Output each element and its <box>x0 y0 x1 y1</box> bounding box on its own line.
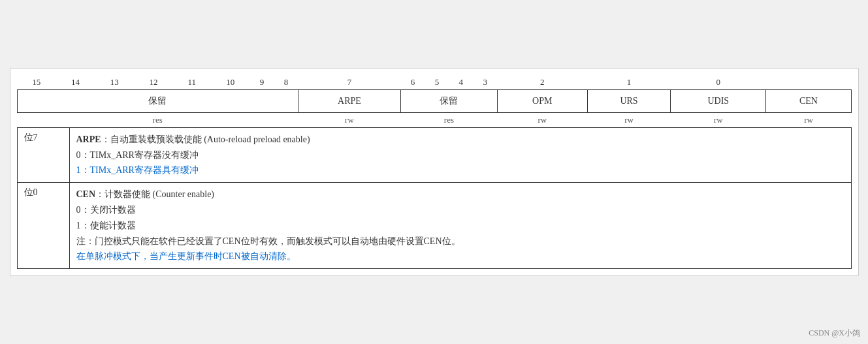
arpe-line-1: 1：TIMx_ARR寄存器具有缓冲 <box>76 163 844 178</box>
rw-reserved-high: res <box>17 112 298 127</box>
cen-cell: CEN <box>766 89 851 112</box>
bit-11: 11 <box>173 75 211 90</box>
bit-field-row: 保留 ARPE 保留 OPM URS UDIS CEN <box>17 89 851 112</box>
watermark: CSDN @X小鸽 <box>809 328 860 339</box>
bit-13: 13 <box>95 75 134 90</box>
bit-7: 7 <box>298 75 400 90</box>
register-description: 15 14 13 12 11 10 9 8 7 6 5 4 3 2 1 0 保留… <box>10 68 859 276</box>
bit-8: 8 <box>274 75 298 90</box>
rw-row: res rw res rw rw rw rw <box>17 112 851 127</box>
cen-line-1: 1：使能计数器 <box>76 218 844 234</box>
bit-1: 1 <box>587 75 670 90</box>
arpe-bit-label: 位7 <box>17 127 69 182</box>
arpe-description-row: 位7 ARPE：自动重装载预装载使能 (Auto-reload preload … <box>17 127 851 182</box>
bit-4: 4 <box>449 75 473 90</box>
cen-line-0: 0：关闭计数器 <box>76 202 844 218</box>
bit-12: 12 <box>134 75 173 90</box>
cen-desc-content: CEN：计数器使能 (Counter enable) 0：关闭计数器 1：使能计… <box>69 183 851 269</box>
rw-opm: rw <box>497 112 587 127</box>
cen-description-row: 位0 CEN：计数器使能 (Counter enable) 0：关闭计数器 1：… <box>17 183 851 269</box>
arpe-line-0: 0：TIMx_ARR寄存器没有缓冲 <box>76 148 844 163</box>
rw-cen: rw <box>766 112 851 127</box>
reserved-high: 保留 <box>17 89 298 112</box>
description-table: 位7 ARPE：自动重装载预装载使能 (Auto-reload preload … <box>17 127 852 269</box>
rw-udis: rw <box>671 112 766 127</box>
cen-bit-label: 位0 <box>17 183 69 269</box>
cen-title-rest: ：计数器使能 (Counter enable) <box>95 189 214 199</box>
register-table: 15 14 13 12 11 10 9 8 7 6 5 4 3 2 1 0 保留… <box>17 75 852 127</box>
cen-title-bold: CEN <box>76 189 96 199</box>
cen-line-3: 在单脉冲模式下，当产生更新事件时CEN被自动清除。 <box>76 249 844 264</box>
arpe-title-bold: ARPE <box>76 134 101 144</box>
bit-5: 5 <box>425 75 449 90</box>
bit-9: 9 <box>250 75 274 90</box>
bit-14: 14 <box>56 75 95 90</box>
arpe-title-rest: ：自动重装载预装载使能 (Auto-reload preload enable) <box>101 134 310 144</box>
rw-arpe: rw <box>298 112 400 127</box>
rw-urs: rw <box>587 112 670 127</box>
arpe-title-line: ARPE：自动重装载预装载使能 (Auto-reload preload ena… <box>76 132 844 148</box>
bit-0: 0 <box>671 75 766 90</box>
urs-cell: URS <box>587 89 670 112</box>
rw-reserved-mid: res <box>401 112 498 127</box>
bit-10: 10 <box>211 75 250 90</box>
opm-cell: OPM <box>497 89 587 112</box>
bit-15: 15 <box>17 75 56 90</box>
arpe-desc-content: ARPE：自动重装载预装载使能 (Auto-reload preload ena… <box>69 127 851 182</box>
arpe-cell: ARPE <box>298 89 400 112</box>
cen-line-2: 注：门控模式只能在软件已经设置了CEN位时有效，而触发模式可以自动地由硬件设置C… <box>76 234 844 249</box>
cen-title-line: CEN：计数器使能 (Counter enable) <box>76 187 844 202</box>
bit-3: 3 <box>473 75 497 90</box>
bit-6: 6 <box>401 75 425 90</box>
udis-cell: UDIS <box>671 89 766 112</box>
reserved-mid: 保留 <box>401 89 498 112</box>
bit-number-row: 15 14 13 12 11 10 9 8 7 6 5 4 3 2 1 0 <box>17 75 851 90</box>
bit-2: 2 <box>497 75 587 90</box>
